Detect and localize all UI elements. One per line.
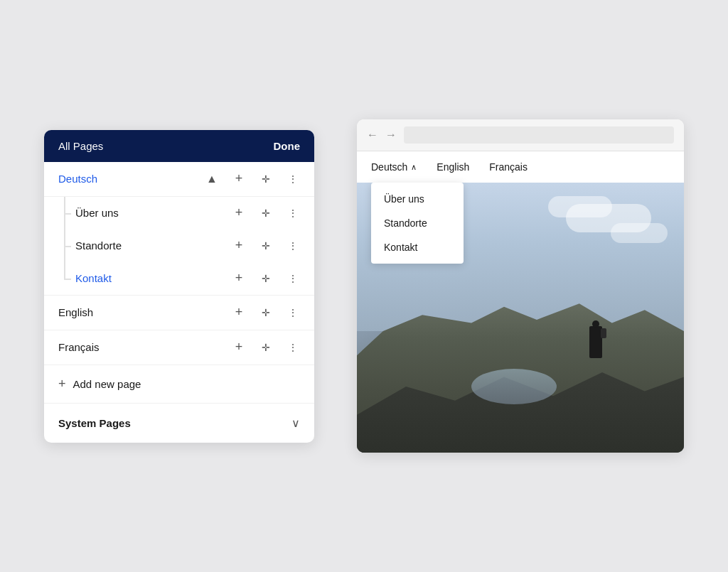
add-page-label: Add new page [73, 378, 141, 390]
add-icon[interactable]: + [232, 206, 246, 220]
url-bar[interactable] [404, 126, 674, 144]
deutsch-label[interactable]: Deutsch [58, 173, 205, 185]
add-icon[interactable]: + [232, 340, 246, 355]
add-icon[interactable]: + [232, 239, 246, 253]
forward-arrow-icon[interactable]: → [385, 129, 397, 141]
browser-preview: ← → Deutsch ∧ English Français Über uns … [357, 119, 684, 453]
cloud-3 [548, 196, 612, 217]
site-nav: Deutsch ∧ English Français Über uns Stan… [357, 151, 684, 183]
pages-panel: All Pages Done Deutsch ▲ + ✛ ⋮ Über uns … [44, 130, 314, 443]
english-label[interactable]: English [58, 306, 232, 318]
more-icon[interactable]: ⋮ [286, 206, 300, 220]
nav-dropdown: Über uns Standorte Kontakt [371, 183, 464, 264]
more-icon[interactable]: ⋮ [286, 239, 300, 253]
nav-deutsch-label: Deutsch [371, 161, 407, 173]
standorte-label[interactable]: Standorte [73, 239, 232, 252]
deutsch-row: Deutsch ▲ + ✛ ⋮ [44, 162, 314, 197]
kontakt-label[interactable]: Kontakt [73, 272, 232, 284]
uber-uns-row: Über uns + ✛ ⋮ [44, 197, 314, 230]
add-page-row[interactable]: + Add new page [44, 365, 314, 404]
chevron-down-icon: ∨ [291, 416, 300, 430]
francais-row: Français + ✛ ⋮ [44, 330, 314, 365]
deutsch-actions: ▲ + ✛ ⋮ [205, 172, 300, 186]
add-icon[interactable]: + [232, 271, 246, 286]
nav-francais-label: Français [489, 161, 528, 173]
english-actions: + ✛ ⋮ [232, 306, 300, 320]
kontakt-row: Kontakt + ✛ ⋮ [44, 262, 314, 295]
nav-deutsch[interactable]: Deutsch ∧ [371, 161, 417, 173]
nav-dropdown-arrow-icon: ∧ [411, 163, 417, 172]
back-arrow-icon[interactable]: ← [367, 129, 378, 141]
puddle [471, 369, 557, 404]
english-row: English + ✛ ⋮ [44, 296, 314, 330]
move-icon[interactable]: ✛ [259, 340, 273, 355]
kontakt-actions: + ✛ ⋮ [232, 271, 300, 286]
browser-content: Deutsch ∧ English Français Über uns Stan… [357, 151, 684, 453]
standorte-row: Standorte + ✛ ⋮ [44, 230, 314, 262]
deutsch-subitems: Über uns + ✛ ⋮ Standorte + ✛ ⋮ Kontakt + [44, 197, 314, 296]
nav-english[interactable]: English [437, 161, 469, 173]
add-icon[interactable]: + [232, 172, 246, 186]
move-icon[interactable]: ✛ [259, 172, 273, 186]
add-icon[interactable]: + [232, 306, 246, 320]
system-pages-label: System Pages [58, 417, 131, 429]
panel-header: All Pages Done [44, 130, 314, 162]
nav-english-label: English [437, 161, 469, 173]
done-button[interactable]: Done [274, 140, 301, 152]
move-icon[interactable]: ✛ [259, 206, 273, 220]
francais-label[interactable]: Français [58, 341, 232, 353]
dropdown-item-uber-uns[interactable]: Über uns [371, 187, 464, 211]
dropdown-item-standorte[interactable]: Standorte [371, 211, 464, 235]
dropdown-item-kontakt[interactable]: Kontakt [371, 235, 464, 259]
panel-title: All Pages [58, 140, 103, 152]
more-icon[interactable]: ⋮ [286, 271, 300, 286]
system-pages-row[interactable]: System Pages ∨ [44, 404, 314, 443]
nav-francais[interactable]: Français [489, 161, 528, 173]
uber-uns-actions: + ✛ ⋮ [232, 206, 300, 220]
collapse-icon[interactable]: ▲ [205, 172, 219, 186]
uber-uns-label[interactable]: Über uns [73, 207, 232, 219]
move-icon[interactable]: ✛ [259, 239, 273, 253]
move-icon[interactable]: ✛ [259, 306, 273, 320]
more-icon[interactable]: ⋮ [286, 340, 300, 355]
browser-bar: ← → [357, 119, 684, 151]
more-icon[interactable]: ⋮ [286, 306, 300, 320]
more-icon[interactable]: ⋮ [286, 172, 300, 186]
add-page-plus-icon: + [58, 377, 66, 392]
move-icon[interactable]: ✛ [259, 271, 273, 286]
standorte-actions: + ✛ ⋮ [232, 239, 300, 253]
person-silhouette [589, 326, 602, 358]
francais-actions: + ✛ ⋮ [232, 340, 300, 355]
cloud-2 [611, 223, 668, 243]
panel-body: Deutsch ▲ + ✛ ⋮ Über uns + ✛ ⋮ Standorte [44, 162, 314, 443]
